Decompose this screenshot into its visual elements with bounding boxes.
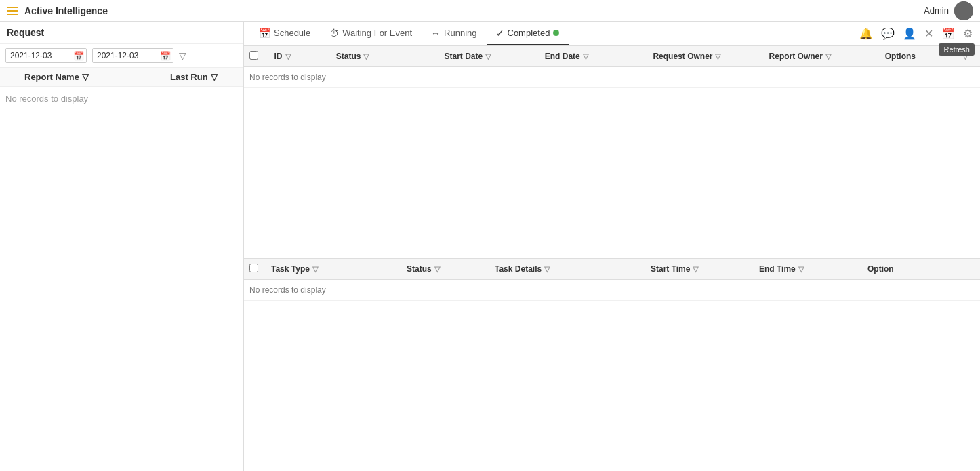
lower-col-endtime: End Time ▽	[754, 259, 862, 280]
lower-table-section: Task Type ▽ Status ▽ Tas	[244, 259, 980, 471]
repowner-filter-icon[interactable]: ▽	[825, 52, 831, 61]
tab-completed-label: Completed	[508, 28, 550, 38]
topbar: Active Intelligence Admin	[0, 0, 980, 22]
lower-col-starttime: Start Time ▽	[645, 259, 754, 280]
upper-col-startdate: Start Date ▽	[438, 46, 539, 67]
tab-schedule-label: Schedule	[274, 28, 310, 38]
upper-no-records: No records to display	[244, 67, 980, 88]
app-title: Active Intelligence	[24, 5, 108, 16]
enddate-filter-icon[interactable]: ▽	[583, 52, 588, 61]
upper-table: ID ▽ Status ▽ Start Date	[244, 46, 980, 88]
upper-table-section: ID ▽ Status ▽ Start Date	[244, 46, 980, 259]
completed-dot	[553, 30, 559, 36]
upper-col-status: Status ▽	[331, 46, 439, 67]
waiting-icon: ⏱	[329, 28, 339, 39]
right-panel: 📅 Schedule ⏱ Waiting For Event ↔ Running…	[244, 22, 980, 471]
sidebar-no-records: No records to display	[0, 87, 243, 471]
sidebar: Request 📅 📅 ▽ Report Name ▽ Last Run ▽	[0, 22, 244, 471]
lower-checkbox-col	[244, 259, 266, 280]
tab-running-label: Running	[444, 28, 476, 38]
tasktype-filter-icon[interactable]: ▽	[312, 265, 318, 274]
tab-completed[interactable]: ✓ Completed	[487, 22, 569, 45]
lower-select-all-checkbox[interactable]	[249, 264, 258, 272]
taskdetails-filter-icon[interactable]: ▽	[544, 265, 550, 274]
reqowner-filter-icon[interactable]: ▽	[715, 52, 720, 61]
tab-waiting[interactable]: ⏱ Waiting For Event	[320, 22, 422, 45]
sidebar-col-report-name: Report Name ▽	[24, 72, 170, 82]
date-from-input[interactable]	[5, 48, 87, 63]
last-run-filter-icon[interactable]: ▽	[211, 72, 218, 82]
upper-col-id: ID ▽	[269, 46, 331, 67]
endtime-filter-icon[interactable]: ▽	[798, 265, 804, 274]
tab-waiting-label: Waiting For Event	[342, 28, 412, 38]
tab-running[interactable]: ↔ Running	[422, 22, 486, 45]
admin-label: Admin	[924, 5, 949, 16]
id-filter-icon[interactable]: ▽	[285, 52, 291, 61]
refresh-tooltip: Refresh	[939, 43, 975, 56]
upper-select-all-checkbox[interactable]	[249, 51, 258, 60]
lower-no-records: No records to display	[244, 280, 980, 301]
bell-icon-button[interactable]: 🔔	[857, 26, 875, 41]
lower-col-tasktype: Task Type ▽	[266, 259, 401, 280]
date-to-wrapper: 📅	[92, 48, 173, 63]
upper-no-records-row: No records to display	[244, 67, 980, 88]
date-from-wrapper: 📅	[5, 48, 87, 63]
lower-no-records-row: No records to display	[244, 280, 980, 301]
sidebar-filter-button[interactable]: ▽	[176, 49, 189, 62]
sidebar-table-header: Report Name ▽ Last Run ▽	[0, 68, 243, 87]
report-name-filter-icon[interactable]: ▽	[82, 72, 89, 82]
upper-col-enddate: End Date ▽	[539, 46, 648, 67]
tab-schedule[interactable]: 📅 Schedule	[249, 22, 320, 45]
lower-table: Task Type ▽ Status ▽ Tas	[244, 259, 980, 301]
chat-icon-button[interactable]: 💬	[879, 26, 897, 41]
refresh-tooltip-container: ⚙ Refresh	[961, 26, 975, 41]
schedule-icon: 📅	[259, 28, 270, 39]
hamburger-menu[interactable]	[7, 7, 18, 15]
sidebar-col-last-run: Last Run ▽	[170, 72, 238, 82]
main-layout: Request 📅 📅 ▽ Report Name ▽ Last Run ▽	[0, 22, 980, 471]
status-filter-icon[interactable]: ▽	[363, 52, 369, 61]
running-icon: ↔	[431, 28, 441, 39]
calendar2-icon-button[interactable]: 📅	[939, 26, 957, 41]
settings-icon-button[interactable]: ⚙	[961, 26, 975, 41]
lower-col-status: Status ▽	[401, 259, 489, 280]
sidebar-filter-row: 📅 📅 ▽	[0, 44, 243, 68]
close-icon-button[interactable]: ✕	[922, 26, 935, 41]
starttime-filter-icon[interactable]: ▽	[693, 265, 698, 274]
lstatus-filter-icon[interactable]: ▽	[434, 265, 440, 274]
upper-checkbox-col	[244, 46, 269, 67]
avatar[interactable]	[954, 1, 973, 20]
sidebar-title: Request	[0, 22, 243, 44]
completed-icon: ✓	[496, 28, 504, 39]
topbar-right: Admin	[924, 1, 973, 20]
tab-bar-right: 🔔 💬 👤 ✕ 📅 ⚙ Refresh	[857, 26, 975, 41]
tab-bar: 📅 Schedule ⏱ Waiting For Event ↔ Running…	[244, 22, 980, 46]
date-to-input[interactable]	[92, 48, 173, 63]
upper-col-reqowner: Request Owner ▽	[647, 46, 763, 67]
lower-col-option: Option	[862, 259, 980, 280]
upper-col-repowner: Report Owner ▽	[764, 46, 880, 67]
lower-col-taskdetails: Task Details ▽	[489, 259, 645, 280]
user-icon-button[interactable]: 👤	[901, 26, 918, 41]
startdate-filter-icon[interactable]: ▽	[485, 52, 491, 61]
